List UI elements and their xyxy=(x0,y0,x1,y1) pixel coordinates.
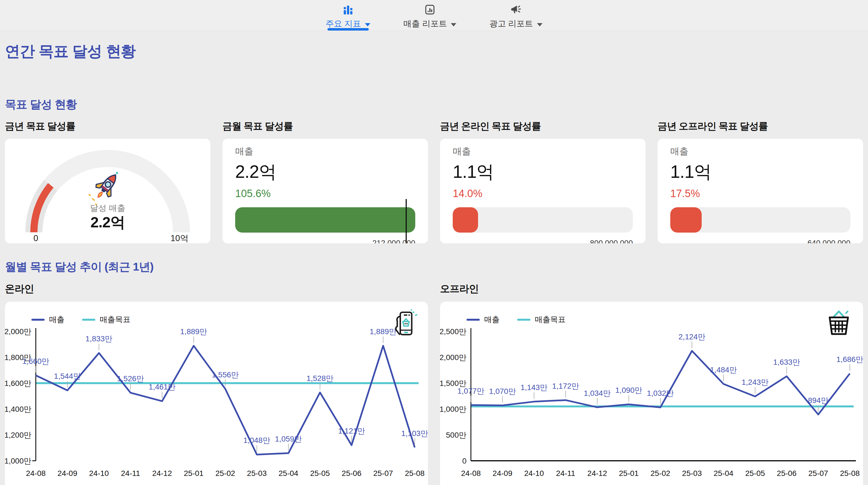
metric-label: 매출 xyxy=(670,146,850,158)
gauge-chart: 달성 매출 2.2억 0 10억 xyxy=(5,139,210,243)
svg-text:24-08: 24-08 xyxy=(461,469,481,478)
tab-label: 매출 리포트 xyxy=(403,18,447,29)
offline-goal-block: 금년 오프라인 목표 달성률 매출 1.1억 17.5% 640,000,000 xyxy=(658,120,863,243)
legend-item-sales: 매출 xyxy=(466,314,500,325)
svg-text:1,243만: 1,243만 xyxy=(742,378,769,386)
svg-text:1,143만: 1,143만 xyxy=(521,383,548,392)
svg-text:25-04: 25-04 xyxy=(279,469,299,478)
svg-text:1,633만: 1,633만 xyxy=(773,358,800,366)
svg-text:2,000만: 2,000만 xyxy=(440,353,466,362)
trend-charts-grid: 매출 매출목표 xyxy=(5,302,863,485)
progress-fill xyxy=(670,207,702,233)
svg-text:24-11: 24-11 xyxy=(556,469,575,478)
svg-text:25-03: 25-03 xyxy=(682,469,702,478)
chart-legend: 매출 매출목표 xyxy=(466,314,566,325)
target-line-swatch xyxy=(517,319,530,321)
legend-label: 매출목표 xyxy=(100,314,130,325)
svg-text:25-05: 25-05 xyxy=(745,469,765,478)
progress-bar xyxy=(235,207,415,233)
svg-text:25-01: 25-01 xyxy=(184,469,204,478)
metric-percent: 14.0% xyxy=(453,188,633,200)
target-amount: 640,000,000 xyxy=(670,239,850,243)
metric-value: 1.1억 xyxy=(453,160,633,184)
online-goal-card: 매출 1.1억 14.0% 800,000,000 xyxy=(440,139,646,243)
svg-text:25-01: 25-01 xyxy=(619,469,639,478)
megaphone-icon xyxy=(510,4,522,15)
metric-label: 매출 xyxy=(235,146,415,158)
top-navigation: 주요 지표 매출 리포트 광고 리포트 xyxy=(0,0,868,31)
svg-text:25-02: 25-02 xyxy=(215,469,235,478)
rocket-icon xyxy=(88,166,125,206)
svg-text:1,090만: 1,090만 xyxy=(615,386,642,394)
metric-percent: 17.5% xyxy=(670,188,850,200)
tab-label: 주요 지표 xyxy=(326,18,361,29)
svg-text:1,556만: 1,556만 xyxy=(212,370,239,379)
card-title-annual-goal: 금년 목표 달성률 xyxy=(5,120,210,133)
chevron-down-icon xyxy=(365,23,370,26)
card-title-monthly-goal: 금월 목표 달성률 xyxy=(222,120,428,133)
svg-text:25-02: 25-02 xyxy=(650,469,670,478)
online-trend-chart-card: 매출 매출목표 xyxy=(5,302,428,485)
section-title-monthly-trend: 월별 목표 달성 추이 (최근 1년) xyxy=(5,259,863,274)
legend-item-target: 매출목표 xyxy=(82,314,130,325)
svg-text:1,400만: 1,400만 xyxy=(5,405,31,414)
page-title: 연간 목표 달성 현황 xyxy=(5,41,863,62)
svg-text:24-12: 24-12 xyxy=(152,469,172,478)
chart-subtitles-row: 온라인 오프라인 xyxy=(5,282,863,296)
gauge-center-value: 2.2억 xyxy=(90,214,125,230)
svg-text:25-07: 25-07 xyxy=(808,469,828,478)
svg-text:1,034만: 1,034만 xyxy=(584,389,611,397)
svg-text:0: 0 xyxy=(462,457,466,465)
sales-line-swatch xyxy=(31,319,44,321)
bar-chart-icon xyxy=(342,4,354,15)
svg-text:1,200만: 1,200만 xyxy=(5,431,31,439)
legend-label: 매출 xyxy=(484,314,500,325)
chevron-down-icon xyxy=(451,23,456,26)
legend-item-sales: 매출 xyxy=(31,314,64,325)
svg-text:894만: 894만 xyxy=(808,396,829,405)
target-amount: 212,000,000 xyxy=(235,239,415,243)
legend-label: 매출 xyxy=(49,314,64,325)
svg-text:1,000만: 1,000만 xyxy=(440,405,466,414)
online-line-chart: 1,000만1,200만1,400만1,600만1,800만2,000만1,66… xyxy=(5,326,428,485)
tab-key-metrics[interactable]: 주요 지표 xyxy=(326,0,370,31)
svg-text:25-07: 25-07 xyxy=(373,469,393,478)
svg-text:1,032만: 1,032만 xyxy=(647,389,674,397)
legend-item-target: 매출목표 xyxy=(517,314,566,325)
svg-text:1,600만: 1,600만 xyxy=(5,379,31,388)
svg-text:1,889만: 1,889만 xyxy=(370,327,397,336)
svg-text:25-03: 25-03 xyxy=(247,469,267,478)
svg-text:1,833만: 1,833만 xyxy=(85,334,112,343)
metric-label: 매출 xyxy=(453,146,633,158)
svg-text:24-12: 24-12 xyxy=(587,469,607,478)
svg-text:1,461만: 1,461만 xyxy=(149,383,176,391)
svg-text:1,889만: 1,889만 xyxy=(180,327,207,336)
tab-label: 광고 리포트 xyxy=(489,18,533,29)
tab-ad-report[interactable]: 광고 리포트 xyxy=(489,0,542,31)
svg-text:25-06: 25-06 xyxy=(777,469,797,478)
online-goal-block: 금년 온라인 목표 달성률 매출 1.1억 14.0% 800,000,000 xyxy=(440,120,646,243)
svg-text:1,048만: 1,048만 xyxy=(243,436,271,445)
chart-legend: 매출 매출목표 xyxy=(31,314,130,325)
offline-line-chart: 0500만1,000만1,500만2,000만2,500만1,077만1,070… xyxy=(440,326,863,485)
progress-bar xyxy=(453,207,633,233)
svg-text:1,484만: 1,484만 xyxy=(710,365,737,374)
sales-line-swatch xyxy=(466,319,480,321)
progress-bar xyxy=(670,207,850,233)
svg-text:1,000만: 1,000만 xyxy=(5,457,31,465)
monthly-goal-block: 금월 목표 달성률 매출 2.2억 105.6% 212,000,000 xyxy=(222,120,428,243)
svg-text:24-10: 24-10 xyxy=(524,469,544,478)
gauge-max-label: 10억 xyxy=(170,233,188,243)
legend-label: 매출목표 xyxy=(535,314,566,325)
svg-text:2,500만: 2,500만 xyxy=(440,327,466,336)
svg-text:2,124만: 2,124만 xyxy=(679,332,706,341)
svg-text:1,077만: 1,077만 xyxy=(457,387,485,395)
tab-sales-report[interactable]: 매출 리포트 xyxy=(403,0,456,31)
svg-text:24-09: 24-09 xyxy=(493,469,513,478)
gauge-min-label: 0 xyxy=(33,233,38,243)
card-title-online-goal: 금년 온라인 목표 달성률 xyxy=(440,120,646,133)
svg-text:1,121만: 1,121만 xyxy=(338,427,365,435)
svg-text:1,526만: 1,526만 xyxy=(117,374,144,383)
monthly-goal-card: 매출 2.2억 105.6% 212,000,000 xyxy=(222,139,428,243)
svg-text:24-08: 24-08 xyxy=(26,469,46,478)
